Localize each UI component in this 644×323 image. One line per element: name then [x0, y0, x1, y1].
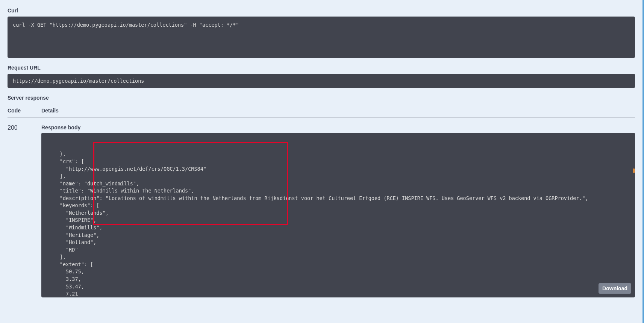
response-row: 200 Response body }, "crs": [ "http://ww…: [8, 118, 635, 297]
curl-label: Curl: [8, 8, 635, 14]
request-url-block[interactable]: https://demo.pygeoapi.io/master/collecti…: [8, 74, 635, 88]
code-column-header: Code: [8, 108, 41, 114]
response-body-content: }, "crs": [ "http://www.opengis.net/def/…: [41, 147, 635, 297]
details-column-header: Details: [41, 108, 635, 114]
response-body-block[interactable]: }, "crs": [ "http://www.opengis.net/def/…: [41, 133, 635, 297]
curl-command-block[interactable]: curl -X GET "https://demo.pygeoapi.io/ma…: [8, 17, 635, 58]
response-body-label: Response body: [41, 124, 635, 130]
scrollbar-thumb[interactable]: [633, 168, 635, 173]
response-table-header: Code Details: [8, 104, 635, 118]
request-url-label: Request URL: [8, 65, 635, 71]
status-code: 200: [8, 124, 41, 297]
server-response-label: Server response: [8, 95, 635, 101]
download-button[interactable]: Download: [599, 283, 631, 294]
